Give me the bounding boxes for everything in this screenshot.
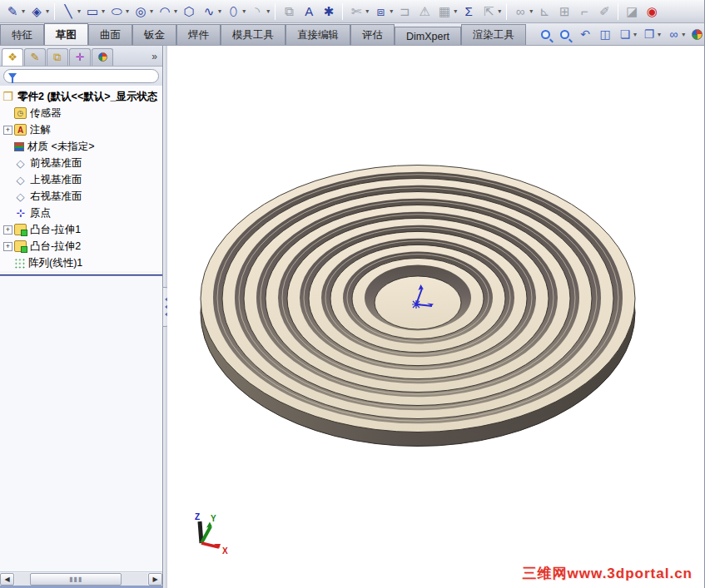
- displaymanager-tab[interactable]: [92, 48, 113, 66]
- repair-sketch-icon: ⚠: [416, 2, 433, 21]
- offset-entities-button[interactable]: ⊐: [395, 2, 415, 22]
- tab-DimXpert[interactable]: DimXpert: [395, 27, 461, 45]
- record-macro-button[interactable]: ◉: [642, 2, 662, 22]
- expand-plus-icon[interactable]: +: [3, 126, 12, 135]
- dimxpertmanager-tab[interactable]: ✛: [69, 48, 91, 66]
- display-relations-icon: ∞: [512, 2, 529, 21]
- expand-plus-icon[interactable]: +: [3, 225, 12, 235]
- dropdown-arrow-icon[interactable]: ▾: [174, 7, 177, 15]
- displaymanager-tab-icon: [97, 52, 107, 62]
- line-button[interactable]: ╲▾: [58, 2, 82, 22]
- dropdown-arrow-icon[interactable]: ▾: [498, 7, 501, 15]
- arc-button[interactable]: ◠▾: [155, 2, 179, 22]
- smart-dimension-button[interactable]: ◈▾: [27, 2, 51, 22]
- polygon-button[interactable]: ⬡: [179, 2, 199, 22]
- tab-渲染工具[interactable]: 渲染工具: [461, 24, 526, 45]
- section-view-button[interactable]: ◫: [596, 25, 614, 43]
- tab-钣金[interactable]: 钣金: [132, 24, 176, 45]
- tab-草图[interactable]: 草图: [44, 23, 88, 45]
- dropdown-arrow-icon[interactable]: ▾: [126, 7, 129, 15]
- sketch-button[interactable]: ✎▾: [2, 2, 27, 22]
- tab-直接编辑[interactable]: 直接编辑: [285, 24, 350, 45]
- tree-item-注解[interactable]: +A注解: [2, 121, 162, 138]
- sketch-fillet-button[interactable]: ◝▾: [247, 2, 271, 22]
- rectangle-icon: ▭: [84, 2, 101, 21]
- dropdown-arrow-icon[interactable]: ▾: [658, 31, 661, 38]
- circle-button[interactable]: ◎▾: [131, 2, 155, 22]
- slot-icon: ⬭: [108, 2, 125, 21]
- tree-item-传感器[interactable]: ◷传感器: [2, 105, 162, 121]
- tab-模具工具[interactable]: 模具工具: [221, 24, 285, 45]
- dropdown-arrow-icon[interactable]: ▾: [390, 7, 393, 15]
- dropdown-arrow-icon[interactable]: ▾: [46, 7, 49, 15]
- slot-button[interactable]: ⬭▾: [107, 2, 131, 22]
- display-style-button[interactable]: ❐▾: [640, 25, 663, 43]
- sketch-picture-button[interactable]: ◪: [622, 2, 642, 22]
- display-relations-button[interactable]: ∞▾: [510, 2, 534, 22]
- dropdown-arrow-icon[interactable]: ▾: [150, 7, 153, 15]
- tree-item-阵列(线性)1[interactable]: 阵列(线性)1: [2, 254, 162, 271]
- zoom-to-area-button[interactable]: [557, 25, 574, 43]
- configurationmanager-tab[interactable]: ⧉: [47, 48, 68, 66]
- part-icon: ❒: [2, 91, 14, 102]
- scrollbar-thumb[interactable]: ▮▮▮: [30, 573, 122, 586]
- tab-评估[interactable]: 评估: [350, 24, 395, 45]
- point-button[interactable]: ✱: [319, 2, 339, 22]
- zoom-to-fit-button[interactable]: [538, 25, 555, 43]
- scroll-right-button[interactable]: ▶: [148, 573, 162, 586]
- sketch-text-button[interactable]: A: [299, 2, 319, 22]
- dropdown-arrow-icon[interactable]: ▾: [529, 7, 533, 15]
- dropdown-arrow-icon[interactable]: ▾: [365, 7, 369, 15]
- view-orientation-button[interactable]: ❏▾: [616, 25, 638, 43]
- tab-曲面[interactable]: 曲面: [88, 24, 132, 45]
- tree-item-原点[interactable]: ⊹原点: [2, 205, 162, 221]
- tree-item-凸台-拉伸2[interactable]: +凸台-拉伸2: [2, 238, 162, 254]
- spline-button[interactable]: ∿▾: [199, 2, 223, 22]
- modify-sketch-button[interactable]: ✐: [594, 2, 614, 22]
- tab-焊件[interactable]: 焊件: [176, 24, 221, 45]
- featuremanager-tab[interactable]: ❖: [2, 48, 23, 66]
- propertymanager-tab[interactable]: ✎: [24, 48, 46, 66]
- dropdown-arrow-icon[interactable]: ▾: [77, 7, 81, 15]
- dropdown-arrow-icon[interactable]: ▾: [218, 7, 221, 15]
- toolbar-separator: [54, 3, 55, 20]
- graphics-viewport[interactable]: Z Y X 三维网www.3dportal.cn: [167, 46, 704, 588]
- panel-horizontal-scrollbar[interactable]: ◀ ▮▮▮ ▶: [0, 571, 162, 586]
- fully-define-sketch-button[interactable]: ⊞: [554, 2, 574, 22]
- tree-item-材质 <未指定>[interactable]: 材质 <未指定>: [2, 138, 162, 155]
- previous-view-button[interactable]: ↶: [576, 25, 594, 43]
- convert-entities-button[interactable]: ⧈▾: [370, 2, 395, 22]
- dropdown-arrow-icon[interactable]: ▾: [682, 31, 685, 38]
- feature-filter-input[interactable]: [3, 69, 159, 83]
- no-solve-move-button[interactable]: ⌐: [574, 2, 594, 22]
- trim-entities-button[interactable]: ✄▾: [346, 2, 370, 22]
- tree-root-part[interactable]: ❒零件2 (默认<<默认>_显示状态: [2, 88, 162, 105]
- panel-overflow-button[interactable]: »: [151, 51, 161, 62]
- repair-sketch-button[interactable]: ⚠: [415, 2, 434, 22]
- hide-show-items-button[interactable]: ∞▾: [664, 25, 687, 43]
- scrollbar-track[interactable]: ▮▮▮: [15, 573, 147, 586]
- mirror-entities-button[interactable]: ⧉: [279, 2, 299, 22]
- ellipse-button[interactable]: ⬯▾: [223, 2, 247, 22]
- tree-item-右视基准面[interactable]: ◇右视基准面: [2, 188, 162, 205]
- dropdown-arrow-icon[interactable]: ▾: [22, 7, 25, 15]
- tree-item-上视基准面[interactable]: ◇上视基准面: [2, 171, 162, 188]
- move-entities-button[interactable]: ⇱▾: [479, 2, 503, 22]
- dropdown-arrow-icon[interactable]: ▾: [633, 31, 637, 38]
- add-relation-button[interactable]: ⊾: [534, 2, 554, 22]
- toolbar-separator: [275, 3, 276, 20]
- expand-plus-icon[interactable]: +: [3, 242, 12, 251]
- dropdown-arrow-icon[interactable]: ▾: [242, 7, 246, 15]
- polygon-icon: ⬡: [181, 2, 197, 21]
- tree-item-前视基准面[interactable]: ◇前视基准面: [2, 155, 162, 171]
- apply-scene-button[interactable]: [688, 25, 705, 43]
- tree-item-凸台-拉伸1[interactable]: +凸台-拉伸1: [2, 221, 162, 238]
- linear-sketch-pattern-button[interactable]: ▦▾: [434, 2, 459, 22]
- scroll-left-button[interactable]: ◀: [0, 573, 14, 586]
- dropdown-arrow-icon[interactable]: ▾: [102, 7, 105, 15]
- dropdown-arrow-icon[interactable]: ▾: [266, 7, 270, 15]
- dropdown-arrow-icon[interactable]: ▾: [454, 7, 457, 15]
- tab-特征[interactable]: 特征: [0, 24, 44, 45]
- equations-button[interactable]: Σ: [459, 2, 479, 22]
- rectangle-button[interactable]: ▭▾: [82, 2, 107, 22]
